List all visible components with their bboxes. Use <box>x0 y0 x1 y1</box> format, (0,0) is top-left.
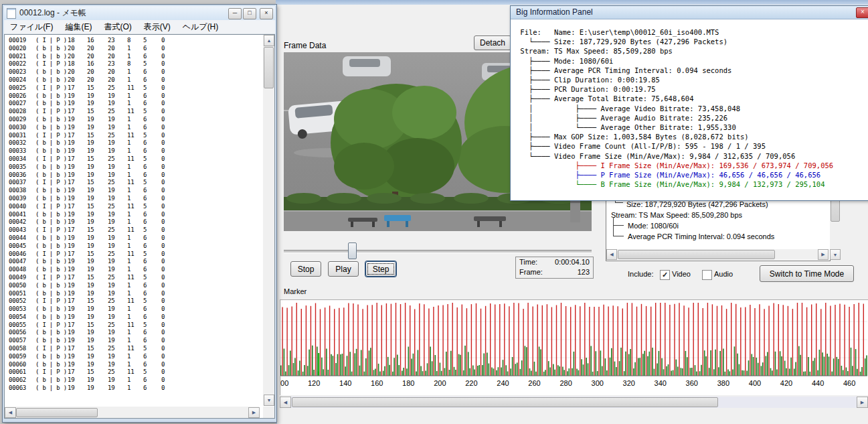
video-checkbox-label[interactable]: Video <box>672 270 691 278</box>
scroll-left-arrow-icon[interactable]: ◀ <box>606 249 617 260</box>
notepad-titlebar[interactable]: 00012.log - メモ帳 ─ □ × <box>4 6 275 20</box>
big-info-line: │ ├──── Average Audio Bitrate: 235,226 <box>516 113 868 123</box>
log-row: 00041( b | b )191919160 <box>9 211 263 219</box>
restore-icon[interactable]: □ <box>243 8 256 19</box>
big-info-line: │ └──── Average Other Bitrate: 1,955,330 <box>516 123 868 132</box>
log-row: 00052( I | P )1715251150 <box>9 297 263 305</box>
side-info-line: Average PCR Timing Interval: 0.094 secon… <box>606 231 830 242</box>
notepad-hscrollbar[interactable]: ◀ ▶ <box>5 407 259 418</box>
play-button[interactable]: Play <box>328 261 359 277</box>
switch-to-time-mode-button[interactable]: Switch to Time Mode <box>760 265 854 282</box>
svg-text:260: 260 <box>528 379 540 387</box>
tree-connector <box>615 202 623 203</box>
log-row: 00026( b | b )191919160 <box>9 92 263 100</box>
big-info-line: ├──── Average PCR Timing Interval: 0.094… <box>516 66 868 75</box>
big-information-panel: Big Information Panel × File: Name: E:\u… <box>510 5 868 201</box>
svg-text:380: 380 <box>717 379 729 387</box>
notepad-menu-4[interactable]: ヘルプ(H) <box>177 21 225 33</box>
notepad-log: 00019( I | P )18162385000020( b | b )202… <box>5 35 263 407</box>
info-hscrollbar[interactable]: ◀ ▶ <box>606 249 829 260</box>
scroll-up-arrow-icon[interactable]: ▲ <box>264 35 274 46</box>
log-row: 00054( b | b )191919160 <box>9 313 263 322</box>
minimize-icon[interactable]: ─ <box>228 8 242 19</box>
notepad-menubar: ファイル(F)編集(E)書式(O)表示(V)ヘルプ(H) <box>4 20 275 34</box>
big-info-content: File: Name: E:\user\temp\00012_60i_iso40… <box>511 19 868 189</box>
log-row: 00031( I | P )1715251150 <box>9 132 263 140</box>
close-icon[interactable]: × <box>856 7 868 18</box>
log-row: 00042( b | b )191919160 <box>9 218 263 226</box>
log-row: 00027( b | b )191919160 <box>9 100 263 108</box>
svg-text:160: 160 <box>371 379 383 387</box>
graph-hscrollbar[interactable]: ◀ ▶ <box>280 397 868 408</box>
detach-button[interactable]: Detach <box>474 36 511 50</box>
notepad-vscrollbar-thumb[interactable] <box>264 47 274 88</box>
tree-connector <box>613 225 624 226</box>
notepad-menu-1[interactable]: 編集(E) <box>59 21 98 33</box>
notepad-title: 00012.log - メモ帳 <box>19 7 86 19</box>
big-info-line: ├──── Mode: 1080/60i <box>516 56 868 66</box>
log-row: 00047( b | b )191919160 <box>9 258 263 266</box>
scroll-down-arrow-icon[interactable]: ▼ <box>830 249 841 260</box>
log-row: 00061( I | P )1715251150 <box>9 368 263 376</box>
notepad-window: 00012.log - メモ帳 ─ □ × ファイル(F)編集(E)書式(O)表… <box>2 4 277 423</box>
log-row: 00056( b | b )191919160 <box>9 329 263 337</box>
notepad-text-area[interactable]: 00019( I | P )18162385000020( b | b )202… <box>4 34 275 419</box>
svg-text:440: 440 <box>812 379 824 387</box>
big-info-line: ├──── I Frame Size (Min/Ave/Max): 169,53… <box>516 161 868 170</box>
time-value: 0:00:04.10 <box>555 257 590 267</box>
close-icon[interactable]: × <box>260 8 273 19</box>
log-row: 00059( b | b )191919160 <box>9 353 263 361</box>
graph-hscrollbar-thumb[interactable] <box>292 397 718 407</box>
log-row: 00028( I | P )1715251150 <box>9 108 263 116</box>
svg-text:200: 200 <box>434 379 446 387</box>
notepad-menu-0[interactable]: ファイル(F) <box>4 21 59 33</box>
scroll-left-arrow-icon[interactable]: ◀ <box>5 407 16 418</box>
log-row: 00035( b | b )191919160 <box>9 163 263 171</box>
audio-checkbox-label[interactable]: Audio <box>714 270 733 278</box>
scroll-down-arrow-icon[interactable]: ▼ <box>264 395 274 406</box>
big-info-line: File: Name: E:\user\temp\00012_60i_iso40… <box>516 27 868 37</box>
log-row: 00048( b | b )191919160 <box>9 266 263 274</box>
screen: Frame Data Detach <box>0 0 868 424</box>
notepad-menu-3[interactable]: 表示(V) <box>138 21 177 33</box>
log-row: 00051( b | b )191919160 <box>9 290 263 298</box>
log-row: 00023( b | b )202020160 <box>9 68 263 76</box>
big-info-line: ├──── PCR Duration: 0:00:19.75 <box>516 84 868 94</box>
svg-text:400: 400 <box>749 379 761 387</box>
notepad-vscrollbar[interactable]: ▲ ▼ <box>263 35 274 405</box>
scroll-right-arrow-icon[interactable]: ▶ <box>818 249 829 260</box>
log-row: 00033( b | b )191919160 <box>9 147 263 155</box>
notepad-hscrollbar-thumb[interactable] <box>16 408 98 417</box>
info-hscrollbar-thumb[interactable] <box>618 250 775 259</box>
frame-value: 123 <box>578 267 590 277</box>
svg-text:460: 460 <box>843 379 855 387</box>
scroll-right-arrow-icon[interactable]: ▶ <box>248 407 260 418</box>
log-row: 00024( b | b )202020160 <box>9 76 263 84</box>
log-row: 00055( I | P )1715251150 <box>9 322 263 330</box>
stop-button[interactable]: Stop <box>290 261 321 277</box>
log-row: 00036( b | b )191919160 <box>9 171 263 180</box>
scroll-right-arrow-icon[interactable]: ▶ <box>857 397 868 408</box>
log-row: 00037( I | P )1715251150 <box>9 179 263 187</box>
svg-text:280: 280 <box>559 379 572 387</box>
audio-checkbox[interactable] <box>702 270 712 280</box>
log-row: 00039( b | b )191919160 <box>9 195 263 203</box>
log-row: 00060( b | b )191919160 <box>9 361 263 369</box>
step-button[interactable]: Step <box>365 261 396 277</box>
seek-slider-thumb[interactable] <box>348 242 357 259</box>
notepad-menu-2[interactable]: 書式(O) <box>98 21 137 33</box>
log-row: 00019( I | P )181623850 <box>9 37 263 45</box>
scroll-left-arrow-icon[interactable]: ◀ <box>280 397 291 408</box>
video-checkbox[interactable]: ✓ <box>660 270 670 280</box>
log-row: 00057( b | b )191919160 <box>9 337 263 345</box>
big-info-line: └──── Size: 187,729,920 Bytes (427,296 P… <box>516 37 868 46</box>
marker-graph[interactable]: 1001201401601802002202402602803003203403… <box>280 299 868 395</box>
log-row: 00022( I | P )181623850 <box>9 60 263 68</box>
seek-slider-track[interactable] <box>284 250 592 253</box>
video-checkbox-mark: ✓ <box>662 271 668 279</box>
svg-text:140: 140 <box>339 379 351 387</box>
big-information-panel-titlebar[interactable]: Big Information Panel × <box>511 6 868 19</box>
svg-text:100: 100 <box>280 379 288 387</box>
log-row: 00034( I | P )1715251150 <box>9 155 263 163</box>
marker-chart: 1001201401601802002202402602803003203403… <box>280 300 868 395</box>
